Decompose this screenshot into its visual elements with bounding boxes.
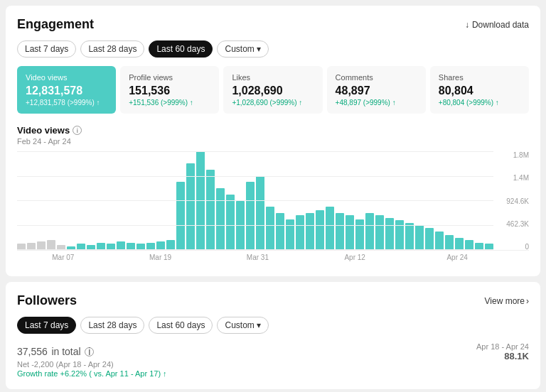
chart-bar — [286, 219, 294, 250]
metric-shares-label: Shares — [439, 73, 520, 82]
filter-60d[interactable]: Last 60 days — [149, 40, 213, 58]
chart-bar — [176, 182, 185, 250]
metric-video-views-value: 12,831,578 — [26, 85, 107, 97]
chart-bar — [146, 243, 155, 250]
chart-bar — [385, 218, 394, 250]
metric-comments-label: Comments — [336, 73, 417, 82]
chart-bar — [425, 228, 434, 250]
y-label: 1.8M — [497, 151, 529, 159]
followers-filter-custom[interactable]: Custom ▾ — [217, 317, 268, 334]
page: Engagement ↓ Download data Last 7 days L… — [0, 0, 546, 392]
chevron-right-icon: › — [526, 296, 529, 306]
chart-bar — [365, 213, 374, 250]
grid-line — [17, 176, 493, 177]
followers-left: 37,556 in total i Net -2,200 (Apr 18 - A… — [17, 342, 167, 378]
engagement-filters: Last 7 days Last 28 days Last 60 days Cu… — [17, 40, 529, 58]
engagement-card: Engagement ↓ Download data Last 7 days L… — [6, 6, 540, 276]
followers-main-value: 37,556 in total i — [17, 342, 94, 358]
chart-bar — [216, 188, 225, 250]
chevron-down-icon: ▾ — [257, 44, 261, 54]
x-label: Mar 07 — [52, 254, 74, 261]
info-icon: i — [73, 126, 82, 135]
metric-likes: Likes 1,028,690 +1,028,690 (>999%) ↑ — [223, 66, 322, 114]
followers-stats: 37,556 in total i Net -2,200 (Apr 18 - A… — [17, 342, 529, 378]
metric-profile-views-change: +151,536 (>999%) ↑ — [129, 99, 210, 107]
chevron-down-icon: ▾ — [257, 320, 261, 330]
metric-video-views-label: Video views — [26, 73, 107, 82]
chart-bar — [156, 241, 165, 250]
view-more-button[interactable]: View more › — [485, 296, 529, 306]
chart-bar — [485, 244, 493, 250]
metric-profile-views-label: Profile views — [129, 73, 210, 82]
download-button[interactable]: ↓ Download data — [465, 20, 529, 30]
chart-bar — [67, 246, 75, 250]
y-label: 924.6K — [497, 197, 529, 205]
chart-date-range: Feb 24 - Apr 24 — [17, 137, 529, 146]
chart-section: Video views i Feb 24 - Apr 24 — [17, 125, 529, 265]
bars-area — [17, 151, 529, 251]
chart-bar — [107, 244, 115, 250]
filter-custom[interactable]: Custom ▾ — [217, 40, 268, 58]
filter-28d[interactable]: Last 28 days — [80, 40, 144, 58]
metric-comments-change: +48,897 (>999%) ↑ — [336, 99, 417, 107]
chart-bar — [316, 210, 324, 250]
x-label: Apr 24 — [446, 254, 467, 261]
metric-shares: Shares 80,804 +80,804 (>999%) ↑ — [430, 66, 529, 114]
followers-total: 37,556 in total i — [17, 342, 167, 359]
chart-bar — [77, 244, 85, 250]
engagement-title: Engagement — [17, 17, 94, 32]
followers-header: Followers View more › — [17, 293, 529, 308]
chart-bar — [186, 163, 195, 250]
followers-filter-60d[interactable]: Last 60 days — [149, 317, 213, 334]
chart-bar — [117, 241, 125, 250]
chart-bar — [306, 213, 314, 250]
chart-bar — [296, 215, 304, 250]
grid-line — [17, 200, 493, 201]
chart-bar — [236, 201, 245, 251]
chart-bar — [465, 240, 473, 250]
chart-bar — [256, 176, 264, 250]
metric-likes-value: 1,028,690 — [232, 85, 314, 97]
followers-growth: Growth rate +6.22% ( vs. Apr 11 - Apr 17… — [17, 369, 167, 378]
followers-right: Apr 18 - Apr 24 88.1K — [476, 342, 529, 361]
chart-bar — [127, 243, 135, 250]
engagement-chart: Mar 07Mar 19Mar 31Apr 12Apr 24 1.8M1.4M9… — [17, 151, 529, 265]
chart-bar — [475, 243, 483, 250]
chart-bar — [57, 245, 65, 250]
chart-bar — [17, 244, 26, 250]
metric-shares-value: 80,804 — [439, 85, 520, 97]
metric-video-views-change: +12,831,578 (>999%) ↑ — [26, 99, 107, 107]
y-label: 462.3K — [497, 220, 529, 228]
chart-bar — [206, 170, 215, 250]
metric-video-views: Video views 12,831,578 +12,831,578 (>999… — [17, 66, 116, 114]
filter-7d[interactable]: Last 7 days — [17, 40, 76, 58]
followers-filter-28d[interactable]: Last 28 days — [80, 317, 144, 334]
chart-bar — [47, 240, 55, 250]
chart-bar — [346, 215, 354, 250]
chart-bar — [435, 232, 444, 250]
y-axis: 1.8M1.4M924.6K462.3K0 — [497, 151, 529, 251]
engagement-header: Engagement ↓ Download data — [17, 17, 529, 32]
y-label: 0 — [497, 243, 529, 251]
chart-bar — [97, 243, 105, 250]
followers-filter-7d[interactable]: Last 7 days — [17, 317, 76, 334]
chart-bar — [355, 219, 364, 250]
metric-comments-value: 48,897 — [336, 85, 417, 97]
chart-bar — [375, 215, 384, 250]
chart-bar — [445, 235, 454, 250]
followers-filters: Last 7 days Last 28 days Last 60 days Cu… — [17, 317, 529, 334]
followers-chart-value: 88.1K — [476, 351, 529, 361]
chart-title: Video views i — [17, 125, 529, 136]
metrics-row: Video views 12,831,578 +12,831,578 (>999… — [17, 66, 529, 114]
followers-net: Net -2,200 (Apr 18 - Apr 24) — [17, 360, 167, 369]
followers-card: Followers View more › Last 7 days Last 2… — [6, 282, 540, 389]
chart-bar — [415, 225, 424, 250]
metric-shares-change: +80,804 (>999%) ↑ — [439, 99, 520, 107]
metric-likes-label: Likes — [232, 73, 314, 82]
followers-title: Followers — [17, 293, 77, 308]
followers-date-range: Apr 18 - Apr 24 — [476, 342, 529, 351]
chart-bar — [405, 223, 414, 250]
x-labels: Mar 07Mar 19Mar 31Apr 12Apr 24 — [17, 254, 529, 265]
metric-profile-views-value: 151,536 — [129, 85, 210, 97]
chart-bar — [196, 151, 205, 250]
